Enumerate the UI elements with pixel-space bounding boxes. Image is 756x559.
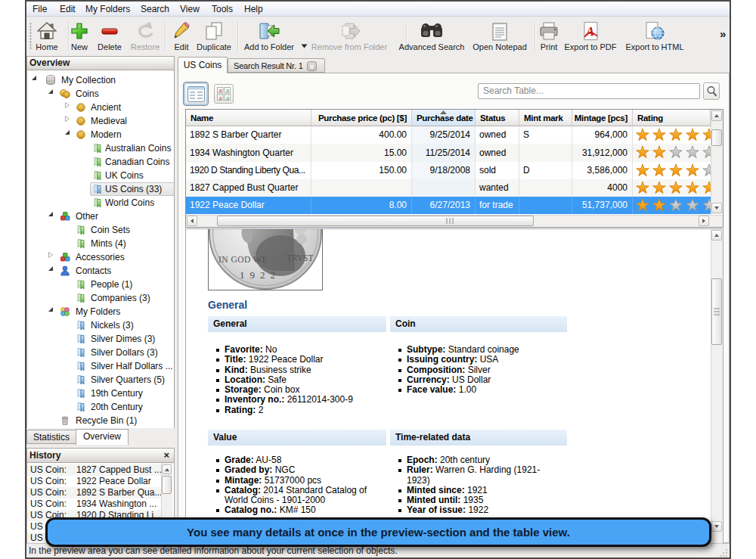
svg-text:a: a xyxy=(219,88,222,93)
svg-text:1922: 1922 xyxy=(240,269,280,281)
svg-text:a: a xyxy=(219,95,222,101)
svg-text:IN GOD WE: IN GOD WE xyxy=(218,255,268,264)
svg-text:TRVST: TRVST xyxy=(287,253,314,262)
svg-text:A: A xyxy=(585,24,594,39)
svg-text:a: a xyxy=(226,88,229,93)
svg-text:a: a xyxy=(226,95,229,101)
